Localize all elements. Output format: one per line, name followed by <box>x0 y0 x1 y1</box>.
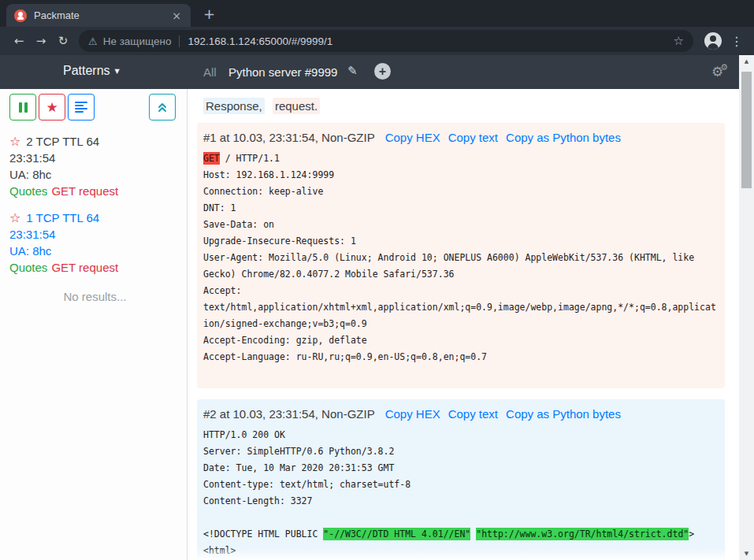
edit-service-icon[interactable]: ✎ <box>347 64 358 78</box>
address-divider <box>179 35 180 47</box>
list-filter-button[interactable] <box>68 94 95 121</box>
not-secure-warning-icon[interactable]: ⚠ <box>88 35 98 47</box>
tab-all-services[interactable]: All <box>203 65 217 79</box>
matched-patterns-line: Response, request. <box>203 99 754 113</box>
packet-header: #2 at 10.03, 23:31:54, Non-GZIPCopy HEXC… <box>203 407 719 421</box>
stream-list-item[interactable]: ☆1 TCP TTL 6423:31:54UA: 8hcQuotesGET re… <box>9 210 180 276</box>
stream-title: 1 TCP TTL 64 <box>26 211 99 224</box>
back-icon[interactable]: ← <box>8 34 30 48</box>
stream-time: 23:31:54 <box>9 150 180 166</box>
pattern-tag-quotes: Quotes <box>9 261 47 274</box>
found-segment: request. <box>273 98 320 114</box>
packet-meta: #1 at 10.03, 23:31:54, Non-GZIP <box>203 131 375 144</box>
browser-tab[interactable]: Packmate × <box>6 4 191 27</box>
app-header: Patterns▼ All Python server #9999 ✎ + ⚙⚙ <box>0 55 754 89</box>
copy-as-python-bytes-link[interactable]: Copy as Python bytes <box>506 131 621 144</box>
pattern-tag-quotes: Quotes <box>9 184 47 198</box>
chevron-down-icon: ▼ <box>115 68 120 75</box>
pattern-tag-get-request: GET request <box>51 184 118 198</box>
copy-hex-link[interactable]: Copy HEX <box>385 131 440 144</box>
stream-user-agent: UA: 8hc <box>9 243 180 259</box>
add-service-button[interactable]: + <box>374 63 391 80</box>
stream-list: ☆2 TCP TTL 6423:31:54UA: 8hcQuotesGET re… <box>9 133 180 276</box>
scroll-down-arrow-icon[interactable]: ▼ <box>739 551 754 557</box>
copy-as-python-bytes-link[interactable]: Copy as Python bytes <box>506 407 621 421</box>
double-chevron-up-icon <box>157 102 168 113</box>
reload-icon[interactable]: ↻ <box>52 34 74 48</box>
forward-icon[interactable]: → <box>30 34 52 48</box>
packet-payload: HTTP/1.0 200 OK Server: SimpleHTTP/0.6 P… <box>203 427 719 559</box>
tab-current-service[interactable]: Python server #9999 <box>228 65 337 79</box>
page-scrollbar[interactable]: ▲ ▼ <box>739 55 754 560</box>
stream-title: 2 TCP TTL 64 <box>26 135 99 148</box>
pattern-tag-get-request: GET request <box>51 261 118 274</box>
copy-text-link[interactable]: Copy text <box>448 407 498 421</box>
pattern-match-green: "-//W3C//DTD HTML 4.01//EN" <box>323 528 470 540</box>
page-body: ★ ☆2 TCP TTL 6423:31:54UA: 8hcQuotesGET … <box>0 89 754 560</box>
found-segment <box>265 98 273 114</box>
found-segment: Response, <box>203 98 265 114</box>
stream-title-row: ☆1 TCP TTL 64 <box>9 210 180 226</box>
packet-list: #1 at 10.03, 23:31:54, Non-GZIPCopy HEXC… <box>197 123 754 560</box>
stream-time: 23:31:54 <box>9 226 180 243</box>
stream-pattern-tags: QuotesGET request <box>9 183 180 199</box>
packet-card-request: #1 at 10.03, 23:31:54, Non-GZIPCopy HEXC… <box>197 123 725 388</box>
pattern-match-green: "http://www.w3.org/TR/html4/strict.dtd" <box>476 528 689 540</box>
tab-close-icon[interactable]: × <box>169 9 184 23</box>
new-tab-button[interactable]: + <box>203 6 215 22</box>
copy-text-link[interactable]: Copy text <box>448 131 498 144</box>
browser-tab-strip: Packmate × + <box>0 0 754 27</box>
favorite-star-icon[interactable]: ☆ <box>9 210 20 225</box>
favorites-filter-button[interactable]: ★ <box>39 94 65 121</box>
packet-payload: GET / HTTP/1.1 Host: 192.168.1.124:9999 … <box>203 150 719 382</box>
stream-list-item[interactable]: ☆2 TCP TTL 6423:31:54UA: 8hcQuotesGET re… <box>9 133 180 199</box>
stream-pattern-tags: QuotesGET request <box>9 259 180 276</box>
pause-icon <box>19 102 28 113</box>
browser-toolbar: ← → ↻ ⚠ Не защищено 192.168.1.124:65000/… <box>0 27 754 55</box>
scrollbar-thumb[interactable] <box>741 72 752 188</box>
copy-hex-link[interactable]: Copy HEX <box>385 407 440 421</box>
streams-sidebar: ★ ☆2 TCP TTL 6423:31:54UA: 8hcQuotesGET … <box>0 89 188 560</box>
no-results-label: No results... <box>9 290 180 303</box>
align-lines-icon <box>75 102 87 113</box>
profile-avatar[interactable] <box>704 32 722 50</box>
tab-title: Packmate <box>34 9 169 21</box>
pattern-match-red: GET <box>203 152 220 165</box>
patterns-label: Patterns <box>63 64 110 77</box>
scroll-to-top-button[interactable] <box>149 94 176 121</box>
packet-card-response: #2 at 10.03, 23:31:54, Non-GZIPCopy HEXC… <box>197 399 725 560</box>
settings-gears-icon[interactable]: ⚙⚙ <box>711 62 728 80</box>
gear-small-icon: ⚙ <box>720 62 728 72</box>
bookmark-star-icon[interactable]: ☆ <box>674 34 684 48</box>
url-text[interactable]: 192.168.1.124:65000/#/9999/1 <box>188 35 673 47</box>
pause-capture-button[interactable] <box>9 94 36 121</box>
security-label[interactable]: Не защищено <box>103 35 172 47</box>
packmate-favicon-icon <box>14 9 27 22</box>
scroll-up-arrow-icon[interactable]: ▲ <box>739 58 754 65</box>
address-bar[interactable]: ⚠ Не защищено 192.168.1.124:65000/#/9999… <box>79 30 693 52</box>
stream-title-row: ☆2 TCP TTL 64 <box>9 133 180 150</box>
stream-content: Response, request. #1 at 10.03, 23:31:54… <box>188 89 754 560</box>
browser-menu-icon[interactable]: ⋮ <box>730 34 743 49</box>
patterns-dropdown[interactable]: Patterns▼ <box>63 64 120 78</box>
stream-user-agent: UA: 8hc <box>9 166 180 183</box>
packet-header: #1 at 10.03, 23:31:54, Non-GZIPCopy HEXC… <box>203 131 719 144</box>
packet-meta: #2 at 10.03, 23:31:54, Non-GZIP <box>203 407 375 421</box>
sidebar-toolbar: ★ <box>9 94 180 121</box>
favorite-star-icon[interactable]: ☆ <box>9 134 20 149</box>
